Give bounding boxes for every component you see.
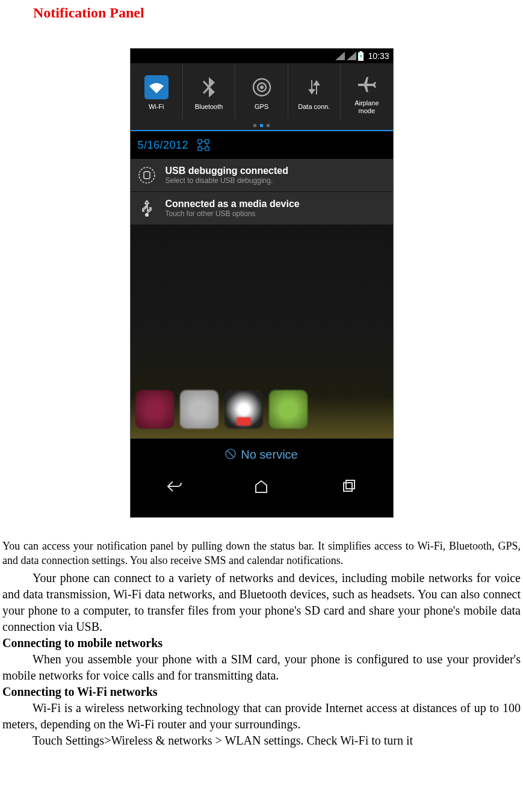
caption-text: You can access your notification panel b… xyxy=(2,539,521,568)
notification-item[interactable]: USB debugging connected Select to disabl… xyxy=(131,159,393,192)
usb-debug-icon xyxy=(137,165,157,185)
qs-wifi-label: Wi-Fi xyxy=(149,103,164,110)
nav-home-button[interactable] xyxy=(249,477,273,495)
svg-rect-9 xyxy=(205,147,209,150)
nav-back-button[interactable] xyxy=(162,477,186,495)
subheading-wifi: Connecting to Wi-Fi networks xyxy=(2,684,521,700)
status-bar: 10:33 xyxy=(131,49,393,63)
pager-dot xyxy=(267,124,270,127)
notification-date: 5/16/2012 xyxy=(138,139,189,152)
svg-rect-19 xyxy=(346,480,354,489)
usb-icon xyxy=(137,198,157,218)
notification-subtitle: Touch for other USB options xyxy=(166,209,387,218)
svg-point-15 xyxy=(145,213,149,217)
svg-point-14 xyxy=(139,167,155,183)
airplane-icon xyxy=(354,72,379,96)
qs-data-label: Data conn. xyxy=(298,103,330,110)
svg-line-17 xyxy=(227,451,234,457)
paragraph-mobile: When you assemble your phone with a SIM … xyxy=(2,651,521,684)
quick-settings-row: Wi-Fi Bluetooth GPS xyxy=(131,63,393,119)
svg-point-5 xyxy=(260,85,264,89)
qs-data-tile[interactable]: Data conn. xyxy=(288,63,341,119)
notification-title: Connected as a media device xyxy=(166,199,387,209)
app-icon-camera xyxy=(135,390,174,429)
svg-rect-6 xyxy=(198,140,202,143)
qs-bluetooth-tile[interactable]: Bluetooth xyxy=(183,63,235,119)
svg-rect-7 xyxy=(205,140,209,143)
qs-bluetooth-label: Bluetooth xyxy=(195,103,223,110)
document-body: You can access your notification panel b… xyxy=(0,539,523,755)
status-clock: 10:33 xyxy=(368,51,389,61)
data-conn-icon xyxy=(302,75,326,99)
bluetooth-icon xyxy=(197,75,221,99)
signal-icon-2 xyxy=(347,52,356,60)
wifi-icon xyxy=(144,75,169,99)
gps-icon xyxy=(250,75,274,99)
qs-gps-tile[interactable]: GPS xyxy=(235,63,288,119)
nav-recents-button[interactable] xyxy=(337,477,361,495)
carrier-bar[interactable]: No service xyxy=(131,438,393,471)
pager-dot xyxy=(253,124,256,127)
notification-subtitle: Select to disable USB debugging. xyxy=(166,176,387,185)
subheading-mobile: Connecting to mobile networks xyxy=(2,635,521,651)
battery-icon xyxy=(358,51,364,61)
svg-rect-1 xyxy=(360,51,362,52)
qs-airplane-tile[interactable]: Airplane mode xyxy=(341,63,392,119)
app-icon-generic xyxy=(180,390,218,429)
page-indicator xyxy=(131,119,393,130)
svg-rect-18 xyxy=(344,483,352,491)
svg-rect-8 xyxy=(198,147,202,150)
section-heading: Notification Panel xyxy=(0,0,523,21)
carrier-icon xyxy=(225,448,236,462)
navigation-bar xyxy=(131,471,393,502)
home-background xyxy=(131,225,393,438)
qs-airplane-label: Airplane mode xyxy=(354,99,379,114)
carrier-text: No service xyxy=(241,448,297,462)
phone-frame: 10:33 Wi-Fi Bluetooth xyxy=(130,48,394,518)
app-icon-penguin xyxy=(224,390,263,429)
notification-item[interactable]: Connected as a media device Touch for ot… xyxy=(131,192,393,225)
settings-icon[interactable] xyxy=(197,138,210,152)
phone-screenshot-wrapper: 10:33 Wi-Fi Bluetooth xyxy=(0,48,523,518)
qs-gps-label: GPS xyxy=(255,103,268,110)
qs-wifi-tile[interactable]: Wi-Fi xyxy=(131,63,183,119)
paragraph-intro: Your phone can connect to a variety of n… xyxy=(2,570,521,635)
pager-dot-active xyxy=(260,124,263,127)
paragraph-wifi-2: Touch Settings>Wireless & networks > WLA… xyxy=(2,733,521,749)
paragraph-wifi-1: Wi-Fi is a wireless networking technolog… xyxy=(2,700,521,733)
notification-header: 5/16/2012 xyxy=(131,131,393,159)
notification-title: USB debugging connected xyxy=(166,166,387,176)
app-icon-green xyxy=(269,390,308,429)
signal-icon xyxy=(335,52,345,60)
